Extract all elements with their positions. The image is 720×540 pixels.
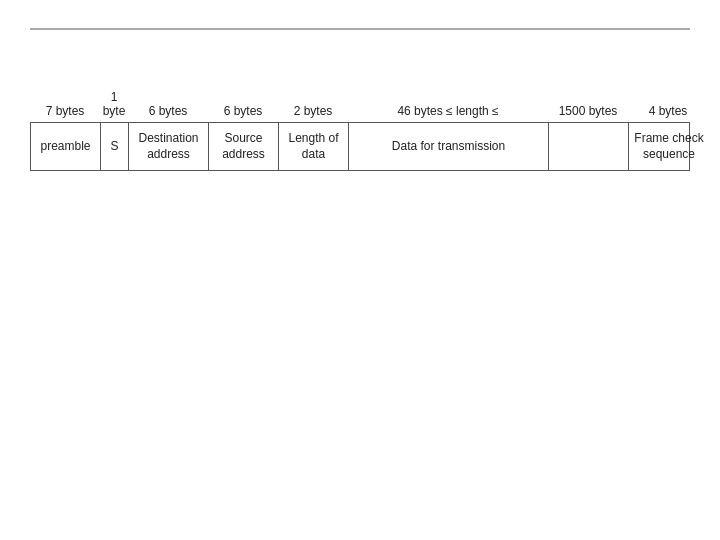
frame-cell-1: S [101,123,129,170]
label-cell-6: 1500 bytes [548,104,628,118]
label-cell-5: 46 bytes ≤ length ≤ [348,104,548,118]
labels-row: 7 bytes1 byte6 bytes6 bytes2 bytes46 byt… [30,90,690,118]
label-cell-4: 2 bytes [278,104,348,118]
frame-cell-2: Destination address [129,123,209,170]
label-cell-2: 6 bytes [128,104,208,118]
label-cell-3: 6 bytes [208,104,278,118]
label-cell-7: 4 bytes [628,104,708,118]
frame-cell-5: Data for transmission [349,123,549,170]
frame-cell-6 [549,123,629,170]
frame-cell-7: Frame check sequence [629,123,709,170]
frame-cell-0: preamble [31,123,101,170]
page: 7 bytes1 byte6 bytes6 bytes2 bytes46 byt… [0,0,720,540]
frame-cell-4: Length of data [279,123,349,170]
title-divider [30,28,690,30]
label-cell-1: 1 byte [100,90,128,118]
label-cell-0: 7 bytes [30,104,100,118]
frame-cell-3: Source address [209,123,279,170]
frame-row: preambleSDestination addressSource addre… [30,122,690,171]
